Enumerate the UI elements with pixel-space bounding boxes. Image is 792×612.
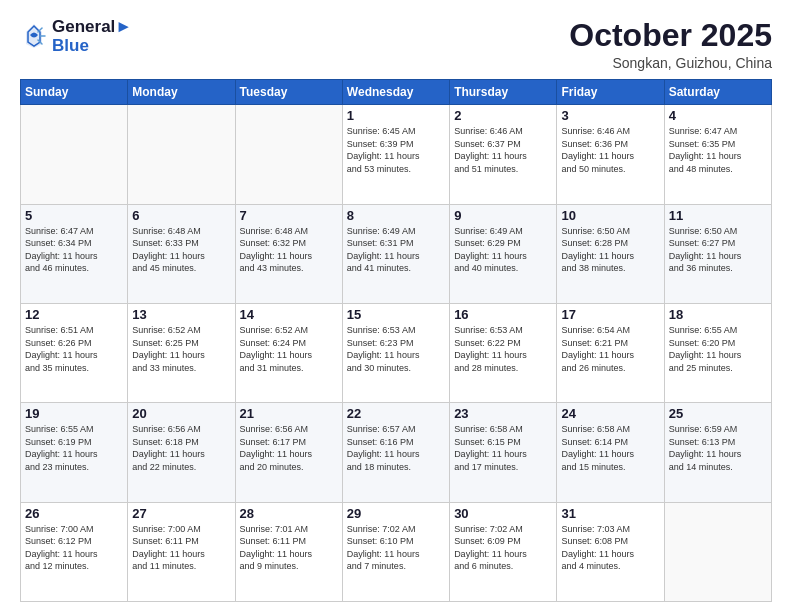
day-info: Sunrise: 6:50 AM Sunset: 6:27 PM Dayligh…	[669, 225, 767, 275]
day-number: 14	[240, 307, 338, 322]
day-info: Sunrise: 6:48 AM Sunset: 6:32 PM Dayligh…	[240, 225, 338, 275]
day-info: Sunrise: 6:59 AM Sunset: 6:13 PM Dayligh…	[669, 423, 767, 473]
month-title: October 2025	[569, 18, 772, 53]
day-number: 22	[347, 406, 445, 421]
day-info: Sunrise: 7:01 AM Sunset: 6:11 PM Dayligh…	[240, 523, 338, 573]
day-info: Sunrise: 6:55 AM Sunset: 6:20 PM Dayligh…	[669, 324, 767, 374]
calendar-cell: 29Sunrise: 7:02 AM Sunset: 6:10 PM Dayli…	[342, 502, 449, 601]
day-number: 6	[132, 208, 230, 223]
calendar-cell: 2Sunrise: 6:46 AM Sunset: 6:37 PM Daylig…	[450, 105, 557, 204]
day-number: 11	[669, 208, 767, 223]
day-number: 21	[240, 406, 338, 421]
calendar-cell: 28Sunrise: 7:01 AM Sunset: 6:11 PM Dayli…	[235, 502, 342, 601]
header-thursday: Thursday	[450, 80, 557, 105]
day-number: 20	[132, 406, 230, 421]
day-info: Sunrise: 6:58 AM Sunset: 6:15 PM Dayligh…	[454, 423, 552, 473]
day-number: 10	[561, 208, 659, 223]
calendar-cell: 19Sunrise: 6:55 AM Sunset: 6:19 PM Dayli…	[21, 403, 128, 502]
day-info: Sunrise: 6:51 AM Sunset: 6:26 PM Dayligh…	[25, 324, 123, 374]
calendar-cell: 22Sunrise: 6:57 AM Sunset: 6:16 PM Dayli…	[342, 403, 449, 502]
calendar-week-row: 19Sunrise: 6:55 AM Sunset: 6:19 PM Dayli…	[21, 403, 772, 502]
calendar-cell: 4Sunrise: 6:47 AM Sunset: 6:35 PM Daylig…	[664, 105, 771, 204]
calendar-table: Sunday Monday Tuesday Wednesday Thursday…	[20, 79, 772, 602]
logo: General► Blue	[20, 18, 132, 55]
location: Songkan, Guizhou, China	[569, 55, 772, 71]
day-number: 19	[25, 406, 123, 421]
day-number: 28	[240, 506, 338, 521]
day-number: 15	[347, 307, 445, 322]
day-number: 23	[454, 406, 552, 421]
calendar-week-row: 26Sunrise: 7:00 AM Sunset: 6:12 PM Dayli…	[21, 502, 772, 601]
weekday-header-row: Sunday Monday Tuesday Wednesday Thursday…	[21, 80, 772, 105]
day-number: 29	[347, 506, 445, 521]
day-info: Sunrise: 7:00 AM Sunset: 6:12 PM Dayligh…	[25, 523, 123, 573]
day-number: 5	[25, 208, 123, 223]
calendar-cell: 12Sunrise: 6:51 AM Sunset: 6:26 PM Dayli…	[21, 303, 128, 402]
day-info: Sunrise: 7:03 AM Sunset: 6:08 PM Dayligh…	[561, 523, 659, 573]
day-number: 7	[240, 208, 338, 223]
calendar-cell: 11Sunrise: 6:50 AM Sunset: 6:27 PM Dayli…	[664, 204, 771, 303]
day-number: 31	[561, 506, 659, 521]
header-wednesday: Wednesday	[342, 80, 449, 105]
day-info: Sunrise: 6:56 AM Sunset: 6:18 PM Dayligh…	[132, 423, 230, 473]
calendar-cell: 17Sunrise: 6:54 AM Sunset: 6:21 PM Dayli…	[557, 303, 664, 402]
calendar-cell: 5Sunrise: 6:47 AM Sunset: 6:34 PM Daylig…	[21, 204, 128, 303]
calendar-cell: 15Sunrise: 6:53 AM Sunset: 6:23 PM Dayli…	[342, 303, 449, 402]
day-number: 18	[669, 307, 767, 322]
calendar-cell: 7Sunrise: 6:48 AM Sunset: 6:32 PM Daylig…	[235, 204, 342, 303]
day-info: Sunrise: 6:45 AM Sunset: 6:39 PM Dayligh…	[347, 125, 445, 175]
calendar-cell	[664, 502, 771, 601]
day-number: 17	[561, 307, 659, 322]
calendar-cell: 8Sunrise: 6:49 AM Sunset: 6:31 PM Daylig…	[342, 204, 449, 303]
calendar-cell: 30Sunrise: 7:02 AM Sunset: 6:09 PM Dayli…	[450, 502, 557, 601]
calendar-cell: 13Sunrise: 6:52 AM Sunset: 6:25 PM Dayli…	[128, 303, 235, 402]
day-info: Sunrise: 6:52 AM Sunset: 6:24 PM Dayligh…	[240, 324, 338, 374]
calendar-cell: 21Sunrise: 6:56 AM Sunset: 6:17 PM Dayli…	[235, 403, 342, 502]
calendar-cell	[128, 105, 235, 204]
day-info: Sunrise: 7:02 AM Sunset: 6:09 PM Dayligh…	[454, 523, 552, 573]
day-info: Sunrise: 7:02 AM Sunset: 6:10 PM Dayligh…	[347, 523, 445, 573]
day-info: Sunrise: 6:47 AM Sunset: 6:34 PM Dayligh…	[25, 225, 123, 275]
logo-text-line1: General►	[52, 18, 132, 37]
day-info: Sunrise: 6:50 AM Sunset: 6:28 PM Dayligh…	[561, 225, 659, 275]
calendar-body: 1Sunrise: 6:45 AM Sunset: 6:39 PM Daylig…	[21, 105, 772, 602]
calendar-cell: 25Sunrise: 6:59 AM Sunset: 6:13 PM Dayli…	[664, 403, 771, 502]
day-info: Sunrise: 6:47 AM Sunset: 6:35 PM Dayligh…	[669, 125, 767, 175]
day-number: 8	[347, 208, 445, 223]
day-number: 25	[669, 406, 767, 421]
calendar-cell: 27Sunrise: 7:00 AM Sunset: 6:11 PM Dayli…	[128, 502, 235, 601]
day-info: Sunrise: 6:46 AM Sunset: 6:36 PM Dayligh…	[561, 125, 659, 175]
header-sunday: Sunday	[21, 80, 128, 105]
day-info: Sunrise: 6:48 AM Sunset: 6:33 PM Dayligh…	[132, 225, 230, 275]
day-info: Sunrise: 6:57 AM Sunset: 6:16 PM Dayligh…	[347, 423, 445, 473]
calendar-cell: 18Sunrise: 6:55 AM Sunset: 6:20 PM Dayli…	[664, 303, 771, 402]
day-info: Sunrise: 6:53 AM Sunset: 6:23 PM Dayligh…	[347, 324, 445, 374]
day-number: 24	[561, 406, 659, 421]
day-number: 12	[25, 307, 123, 322]
calendar-cell: 31Sunrise: 7:03 AM Sunset: 6:08 PM Dayli…	[557, 502, 664, 601]
day-number: 3	[561, 108, 659, 123]
calendar-cell	[235, 105, 342, 204]
day-info: Sunrise: 6:53 AM Sunset: 6:22 PM Dayligh…	[454, 324, 552, 374]
header-tuesday: Tuesday	[235, 80, 342, 105]
day-number: 30	[454, 506, 552, 521]
calendar-week-row: 5Sunrise: 6:47 AM Sunset: 6:34 PM Daylig…	[21, 204, 772, 303]
calendar-cell: 23Sunrise: 6:58 AM Sunset: 6:15 PM Dayli…	[450, 403, 557, 502]
day-number: 27	[132, 506, 230, 521]
day-number: 16	[454, 307, 552, 322]
calendar-cell: 10Sunrise: 6:50 AM Sunset: 6:28 PM Dayli…	[557, 204, 664, 303]
calendar-cell: 26Sunrise: 7:00 AM Sunset: 6:12 PM Dayli…	[21, 502, 128, 601]
day-info: Sunrise: 6:49 AM Sunset: 6:29 PM Dayligh…	[454, 225, 552, 275]
calendar-cell: 16Sunrise: 6:53 AM Sunset: 6:22 PM Dayli…	[450, 303, 557, 402]
calendar-week-row: 1Sunrise: 6:45 AM Sunset: 6:39 PM Daylig…	[21, 105, 772, 204]
title-block: October 2025 Songkan, Guizhou, China	[569, 18, 772, 71]
calendar-week-row: 12Sunrise: 6:51 AM Sunset: 6:26 PM Dayli…	[21, 303, 772, 402]
calendar-cell	[21, 105, 128, 204]
day-info: Sunrise: 7:00 AM Sunset: 6:11 PM Dayligh…	[132, 523, 230, 573]
day-info: Sunrise: 6:54 AM Sunset: 6:21 PM Dayligh…	[561, 324, 659, 374]
header-saturday: Saturday	[664, 80, 771, 105]
day-info: Sunrise: 6:55 AM Sunset: 6:19 PM Dayligh…	[25, 423, 123, 473]
day-number: 2	[454, 108, 552, 123]
calendar-cell: 1Sunrise: 6:45 AM Sunset: 6:39 PM Daylig…	[342, 105, 449, 204]
day-info: Sunrise: 6:46 AM Sunset: 6:37 PM Dayligh…	[454, 125, 552, 175]
